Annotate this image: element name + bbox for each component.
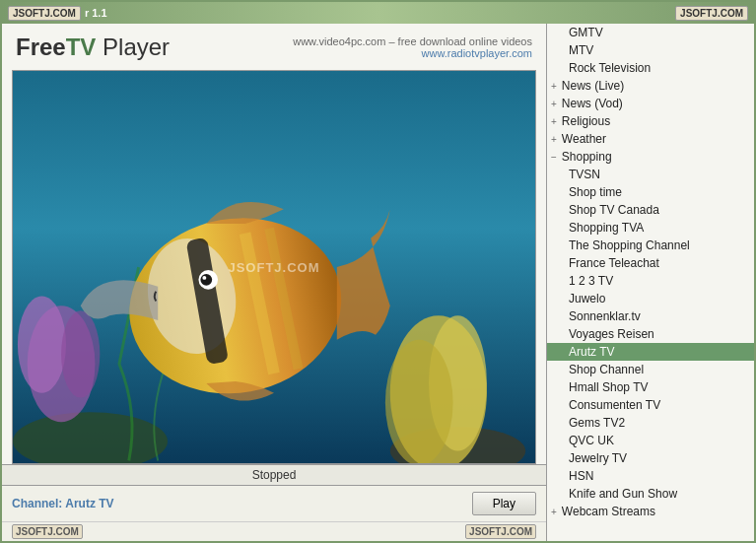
title-bar: JSOFTJ.COM r 1.1 JSOFTJ.COM bbox=[2, 2, 754, 24]
title-bar-left: JSOFTJ.COM r 1.1 bbox=[8, 6, 107, 21]
title-logo-left: JSOFTJ.COM bbox=[8, 6, 81, 21]
category-label: Weather bbox=[562, 132, 606, 146]
video-frame: JSOFTJ.COM bbox=[13, 71, 535, 463]
logo-tv: TV bbox=[66, 34, 97, 60]
logo-player: Player bbox=[96, 34, 170, 60]
channel-item-shopping-channel[interactable]: The Shopping Channel bbox=[547, 237, 754, 254]
channel-item-rock-television[interactable]: Rock Television bbox=[547, 59, 754, 77]
status-bar: Stopped bbox=[2, 464, 546, 486]
website-text: www.video4pc.com – free download online … bbox=[293, 35, 532, 47]
main-window: JSOFTJ.COM r 1.1 JSOFTJ.COM FreeTV Playe… bbox=[0, 0, 756, 543]
channel-item-consumenten-tv[interactable]: Consumenten TV bbox=[547, 396, 754, 414]
channel-item-gmtv[interactable]: GMTV bbox=[547, 24, 754, 41]
app-logo: FreeTV Player bbox=[16, 34, 170, 62]
channel-item-123tv[interactable]: 1 2 3 TV bbox=[547, 272, 754, 290]
title-version: r 1.1 bbox=[85, 7, 107, 19]
channel-item-hsn[interactable]: HSN bbox=[547, 467, 754, 485]
svg-point-5 bbox=[61, 310, 100, 397]
bottom-logo-right: JSOFTJ.COM bbox=[465, 524, 536, 539]
bottom-controls: Channel: Arutz TV Play bbox=[2, 486, 546, 521]
header-area: FreeTV Player www.video4pc.com – free do… bbox=[2, 24, 546, 70]
bottom-logo-left: JSOFTJ.COM bbox=[12, 524, 83, 539]
title-logo-right: JSOFTJ.COM bbox=[675, 6, 748, 21]
channel-item-religious[interactable]: +Religious bbox=[547, 112, 754, 130]
channel-item-news-vod[interactable]: +News (Vod) bbox=[547, 95, 754, 112]
channel-item-mtv[interactable]: MTV bbox=[547, 41, 754, 59]
channel-item-shop-tv-canada[interactable]: Shop TV Canada bbox=[547, 201, 754, 219]
logo-free: Free bbox=[16, 34, 66, 60]
category-label: Religious bbox=[562, 114, 610, 128]
svg-point-4 bbox=[18, 296, 66, 392]
channel-item-shop-channel[interactable]: Shop Channel bbox=[547, 361, 754, 378]
expand-icon: + bbox=[551, 99, 557, 109]
channel-item-shopping[interactable]: −Shopping bbox=[547, 148, 754, 166]
channel-item-news-live[interactable]: +News (Live) bbox=[547, 77, 754, 95]
channel-item-qvc-uk[interactable]: QVC UK bbox=[547, 432, 754, 449]
channel-item-jewelry-tv[interactable]: Jewelry TV bbox=[547, 449, 754, 467]
category-label: News (Vod) bbox=[562, 97, 623, 110]
channel-item-hmall-shop-tv[interactable]: Hmall Shop TV bbox=[547, 378, 754, 396]
channel-item-tvsn[interactable]: TVSN bbox=[547, 166, 754, 183]
fish-svg bbox=[13, 71, 535, 463]
category-label: Webcam Streams bbox=[562, 505, 655, 518]
channel-item-shop-time[interactable]: Shop time bbox=[547, 183, 754, 201]
svg-point-8 bbox=[385, 340, 453, 463]
svg-point-15 bbox=[200, 274, 212, 286]
left-panel: FreeTV Player www.video4pc.com – free do… bbox=[2, 24, 547, 541]
channel-label: Channel: Arutz TV bbox=[12, 497, 114, 510]
expand-icon: − bbox=[551, 152, 557, 163]
channel-item-knife-gun[interactable]: Knife and Gun Show bbox=[547, 485, 754, 503]
channel-item-france-telechat[interactable]: France Teleachat bbox=[547, 254, 754, 272]
expand-icon: + bbox=[551, 507, 557, 517]
channel-list[interactable]: GMTVMTVRock Television+News (Live)+News … bbox=[547, 24, 754, 541]
svg-point-16 bbox=[202, 276, 206, 280]
channel-item-arutz-tv[interactable]: Arutz TV bbox=[547, 343, 754, 361]
right-panel: GMTVMTVRock Television+News (Live)+News … bbox=[547, 24, 754, 541]
bottom-logos: JSOFTJ.COM JSOFTJ.COM bbox=[2, 521, 546, 541]
expand-icon: + bbox=[551, 81, 557, 92]
category-label: News (Live) bbox=[562, 79, 624, 93]
channel-item-juwelo[interactable]: Juwelo bbox=[547, 290, 754, 307]
expand-icon: + bbox=[551, 116, 557, 127]
expand-icon: + bbox=[551, 134, 557, 145]
category-label: Shopping bbox=[562, 150, 612, 164]
play-button[interactable]: Play bbox=[472, 492, 536, 515]
website-info: www.video4pc.com – free download online … bbox=[293, 34, 532, 59]
channel-item-weather[interactable]: +Weather bbox=[547, 130, 754, 148]
channel-item-voyages-reisen[interactable]: Voyages Reisen bbox=[547, 325, 754, 343]
channel-item-sonnenklar[interactable]: Sonnenklar.tv bbox=[547, 307, 754, 325]
website-link: www.radiotvplayer.com bbox=[293, 47, 532, 59]
main-content: FreeTV Player www.video4pc.com – free do… bbox=[2, 24, 754, 541]
channel-item-webcam-streams[interactable]: +Webcam Streams bbox=[547, 503, 754, 520]
channel-item-shopping-tva[interactable]: Shopping TVA bbox=[547, 219, 754, 237]
channel-item-gems-tv2[interactable]: Gems TV2 bbox=[547, 414, 754, 432]
video-player: JSOFTJ.COM bbox=[12, 70, 536, 464]
